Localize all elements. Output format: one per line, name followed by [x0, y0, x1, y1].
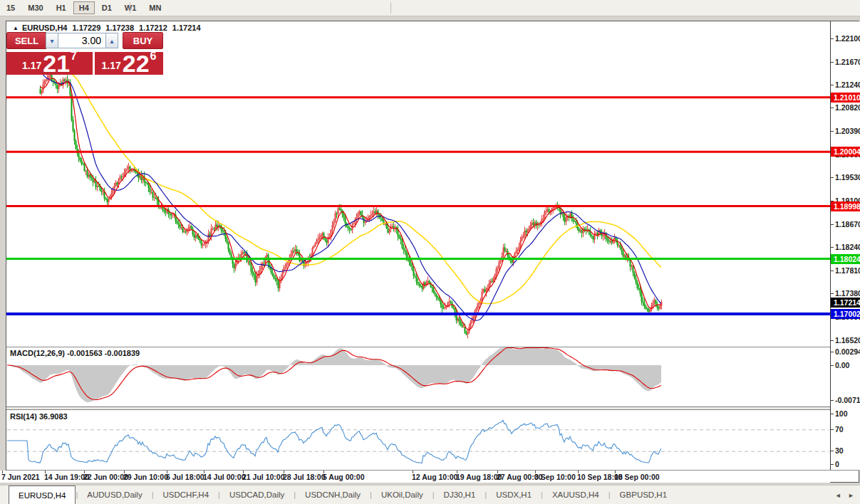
buy-price-big: 22	[123, 53, 150, 75]
collapse-quote-icon[interactable]: ▲	[13, 25, 19, 31]
chart-tab-dj30[interactable]: DJ30,H1	[435, 485, 485, 504]
time-tick-label: 6 Jul 18:00	[166, 473, 204, 481]
level-price-label: 1.18998	[831, 201, 860, 211]
rsi-axis-label: 0	[835, 460, 839, 468]
time-tick-label: 14 Jul 00:00	[203, 473, 246, 481]
macd-axis-tick	[831, 400, 834, 401]
chart-tab-usdchf[interactable]: USDCHF,H4	[154, 485, 219, 504]
price-tick-label: 1.16520	[835, 336, 860, 345]
price-tick	[831, 85, 834, 85]
time-axis[interactable]: 7 Jun 202114 Jun 19:0022 Jun 00:0029 Jun…	[0, 471, 830, 483]
price-tick-label: 1.20390	[835, 127, 860, 135]
chart-tab-usdcad[interactable]: USDCAD,Daily	[220, 485, 294, 504]
sell-price-pip: 7	[71, 50, 77, 63]
toolbar-separator	[130, 2, 130, 14]
volume-decrease-button[interactable]: ▾	[46, 33, 58, 48]
macd-axis-label: 0.00	[835, 361, 849, 369]
rsi-axis-label: 100	[835, 409, 848, 418]
sell-price-big: 21	[43, 53, 70, 75]
timeframe-button-15[interactable]: 15	[1, 1, 21, 14]
price-tick	[831, 107, 834, 108]
rsi-axis-tick	[831, 451, 834, 451]
price-tick-label: 1.18670	[835, 220, 860, 229]
chart-tab-ukoil[interactable]: UKOil,Daily	[372, 485, 432, 504]
macd-axis-tick	[831, 352, 834, 352]
current-price-label: 1.17214	[831, 298, 860, 308]
time-tick-label: 29 Jun 10:00	[123, 473, 168, 481]
chart-tab-usdx[interactable]: USDX,H1	[487, 485, 541, 504]
price-axis[interactable]: 1.221001.216701.212401.208201.203901.199…	[831, 21, 860, 470]
price-tick	[831, 131, 834, 132]
price-tick-label: 1.22100	[835, 34, 860, 43]
price-tick-label: 1.19530	[835, 173, 860, 182]
macd-axis-tick	[831, 365, 834, 366]
buy-price-prefix: 1.17	[102, 60, 121, 71]
time-tick-label: 12 Aug 10:00	[412, 473, 457, 481]
time-tick-label: 3 Sep 10:00	[534, 473, 576, 481]
timeframe-button-h4[interactable]: H4	[73, 1, 95, 14]
price-tick-label: 1.20820	[835, 103, 860, 112]
tab-scroll-arrows: ◄ ►	[830, 492, 854, 499]
chart-tab-xauusd[interactable]: XAUUSD,H4	[543, 485, 608, 504]
price-tick-label: 1.21240	[835, 80, 860, 89]
chart-tab-usdcnh[interactable]: USDCNH,Daily	[296, 485, 370, 504]
volume-increase-button[interactable]: ▴	[105, 33, 118, 48]
toolbar-separator	[390, 2, 391, 14]
level-price-label: 1.17002	[831, 309, 860, 319]
price-tick	[831, 293, 834, 294]
level-price-label: 1.21010	[831, 93, 860, 103]
buy-quote[interactable]: 1.17 22 6	[95, 51, 163, 75]
price-tick	[831, 177, 834, 178]
volume-input[interactable]	[58, 33, 106, 48]
tabs-scroll-left-icon[interactable]: ◄	[835, 492, 841, 499]
time-tick-label: 7 Jun 2021	[1, 473, 40, 481]
sell-button[interactable]: SELL	[6, 32, 47, 49]
time-tick-label: 21 Jul 10:00	[242, 473, 285, 481]
time-tick-label: 14 Jun 19:00	[44, 473, 89, 481]
macd-axis-label: 0.002947	[835, 347, 860, 356]
time-tick-label: 22 Jun 00:00	[83, 473, 128, 481]
timeframe-button-h1[interactable]: H1	[51, 1, 72, 14]
macd-axis-label: -0.00715	[835, 396, 860, 404]
timeframe-button-d1[interactable]: D1	[96, 1, 118, 14]
price-tick-label: 1.17380	[835, 289, 860, 298]
price-tick	[831, 271, 834, 271]
chart-tab-eurusd[interactable]: EURUSD,H4	[9, 485, 76, 504]
tabs-scroll-right-icon[interactable]: ►	[848, 492, 854, 499]
rsi-label: RSI(14) 36.9083	[10, 412, 68, 421]
rsi-axis-tick	[831, 414, 834, 414]
timeframe-button-w1[interactable]: W1	[119, 1, 143, 14]
chart-tab-audusd[interactable]: AUDUSD,Daily	[78, 485, 151, 504]
timeframe-button-mn[interactable]: MN	[143, 1, 167, 14]
time-tick-label: 5 Aug 00:00	[323, 473, 365, 481]
price-tick	[831, 62, 834, 63]
rsi-indicator-plot[interactable]	[6, 410, 830, 469]
price-tick-label: 1.18240	[835, 243, 860, 251]
chart-tab-bar: EURUSD,H4|AUDUSD,Daily|USDCHF,H4|USDCAD,…	[0, 485, 860, 504]
one-click-trading-panel: SELL ▾ ▴ BUY 1.17 21 7 1.17 22 6	[6, 31, 163, 75]
chart-tab-gbpusd[interactable]: GBPUSD,H1	[611, 485, 676, 504]
chart-tabs: EURUSD,H4|AUDUSD,Daily|USDCHF,H4|USDCAD,…	[9, 485, 676, 504]
buy-button[interactable]: BUY	[123, 32, 163, 49]
rsi-axis-tick	[831, 429, 834, 430]
price-tick	[831, 340, 834, 341]
price-tick	[831, 247, 834, 248]
sell-price-prefix: 1.17	[22, 60, 41, 71]
timeframe-buttons: 15M30H1H4D1W1MN	[0, 1, 167, 14]
price-tick-label: 1.17810	[835, 266, 860, 275]
rsi-axis-label: 30	[835, 446, 844, 455]
level-price-label: 1.20004	[831, 147, 860, 157]
time-tick-label: 19 Aug 18:00	[456, 473, 502, 481]
price-tick-label: 1.21670	[835, 58, 860, 66]
price-tick	[831, 224, 834, 225]
level-price-label: 1.18024	[831, 254, 860, 264]
time-tick-label: 18 Sep 00:00	[614, 473, 660, 481]
price-tick	[831, 38, 834, 39]
buy-price-pip: 6	[150, 50, 157, 63]
macd-label: MACD(12,26,9) -0.001563 -0.001839	[10, 349, 140, 357]
timeframe-button-m30[interactable]: M30	[22, 1, 48, 14]
mt4-terminal: 15M30H1H4D1W1MN ▲EURUSD,H41.172291.17238…	[0, 0, 860, 504]
panel-splitter[interactable]	[6, 406, 859, 410]
rsi-axis-tick	[831, 464, 834, 465]
sell-quote[interactable]: 1.17 21 7	[6, 51, 93, 75]
